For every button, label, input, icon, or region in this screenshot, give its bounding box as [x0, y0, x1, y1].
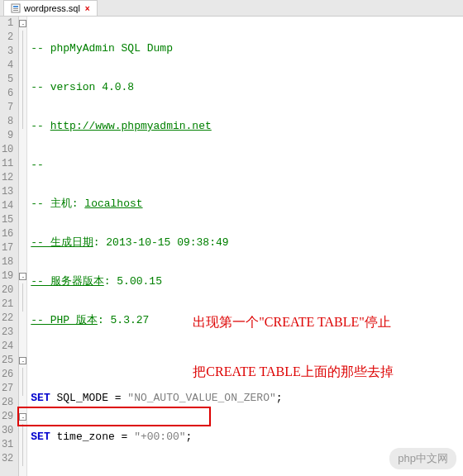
- fold-minus-icon[interactable]: -: [19, 20, 26, 27]
- line-number: 13: [0, 185, 13, 199]
- tab-filename: wordpress.sql: [24, 3, 80, 13]
- line-number: 9: [0, 129, 13, 143]
- fold-minus-icon[interactable]: -: [19, 273, 26, 280]
- line-number: 15: [0, 213, 13, 227]
- line-number: 23: [0, 326, 13, 340]
- line-number: 22: [0, 312, 13, 326]
- line-number-gutter: 1 2 3 4 5 6 7 8 9 10 11 12 13 14 15 16 1…: [0, 17, 19, 476]
- highlight-box: [17, 407, 211, 426]
- line-number: 31: [0, 438, 13, 452]
- line-number: 27: [0, 382, 13, 396]
- line-number: 21: [0, 298, 13, 312]
- line-number: 5: [0, 73, 13, 87]
- line-number: 2: [0, 31, 13, 45]
- line-number: 20: [0, 283, 13, 298]
- line-number: 8: [0, 115, 13, 129]
- line-number: 18: [0, 255, 13, 269]
- code-editor: 1 2 3 4 5 6 7 8 9 10 11 12 13 14 15 16 1…: [0, 17, 463, 476]
- svg-rect-3: [13, 10, 18, 11]
- file-tab[interactable]: wordpress.sql ×: [3, 0, 98, 16]
- watermark: php中文网: [389, 448, 456, 469]
- tab-bar: wordpress.sql ×: [0, 0, 463, 17]
- line-number: 10: [0, 143, 13, 157]
- line-number: 25: [0, 354, 13, 368]
- line-number: 16: [0, 227, 13, 241]
- svg-rect-1: [13, 6, 18, 7]
- line-number: 7: [0, 101, 13, 115]
- line-number: 3: [0, 45, 13, 59]
- line-number: 1: [0, 17, 13, 31]
- line-number: 12: [0, 171, 13, 185]
- fold-column: - - - -: [19, 17, 27, 476]
- line-number: 4: [0, 59, 13, 73]
- code-area[interactable]: -- phpMyAdmin SQL Dump -- version 4.0.8 …: [27, 17, 463, 476]
- line-number: 28: [0, 396, 13, 410]
- close-icon[interactable]: ×: [85, 4, 90, 13]
- fold-minus-icon[interactable]: -: [19, 357, 26, 364]
- line-number: 11: [0, 157, 13, 171]
- fold-minus-icon[interactable]: -: [19, 413, 26, 421]
- line-number: 17: [0, 241, 13, 255]
- annotation-text: 出现第一个"CREATE TABLE"停止 把CREATE TABLE上面的那些…: [193, 281, 393, 413]
- svg-rect-2: [13, 8, 18, 9]
- file-sql-icon: [11, 3, 21, 13]
- line-number: 14: [0, 199, 13, 213]
- line-number: 32: [0, 452, 13, 466]
- line-number: 6: [0, 87, 13, 101]
- line-number: 19: [0, 269, 13, 283]
- line-number: 26: [0, 368, 13, 382]
- line-number: 29: [0, 410, 13, 424]
- line-number: 30: [0, 424, 13, 438]
- line-number: 24: [0, 340, 13, 354]
